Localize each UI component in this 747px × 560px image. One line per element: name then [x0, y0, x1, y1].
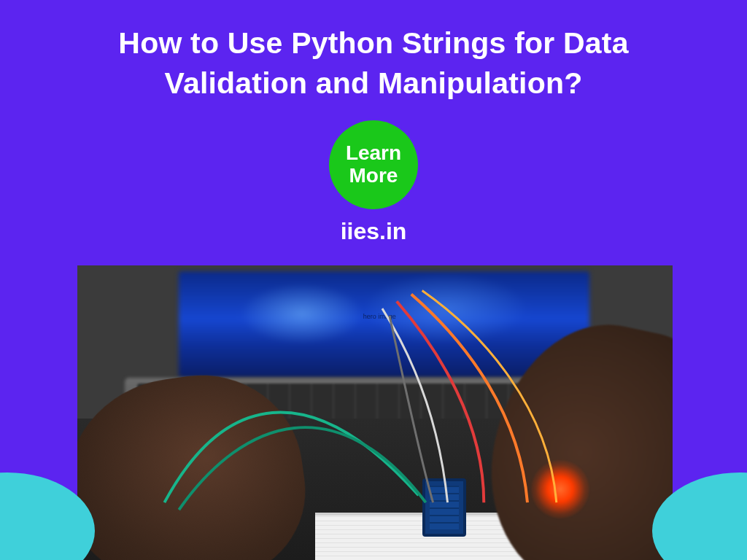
page-title: How to Use Python Strings for Data Valid… [0, 0, 747, 104]
learn-more-button[interactable]: Learn More [329, 120, 418, 209]
learn-more-label-line1: Learn [346, 142, 401, 165]
hero-cta-area: Learn More iies.in [0, 120, 747, 245]
learn-more-label-line2: More [349, 165, 398, 187]
site-url-text: iies.in [341, 218, 407, 245]
hero-image: hero image [77, 265, 673, 560]
